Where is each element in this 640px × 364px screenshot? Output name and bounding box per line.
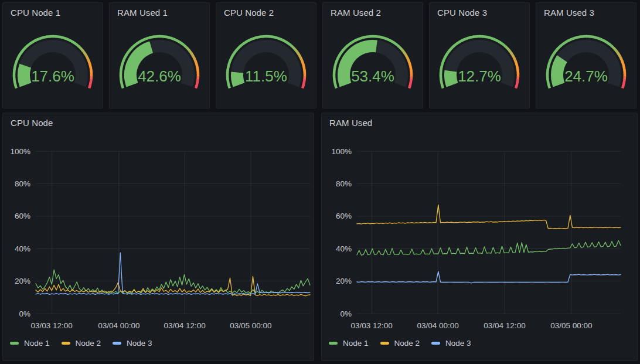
gauge: 17.6% [6, 32, 100, 102]
svg-text:40%: 40% [336, 244, 352, 253]
chart-body: 0%20%40%60%80%100%03/03 12:0003/04 00:00… [3, 113, 314, 360]
gauge-value: 17.6% [6, 67, 100, 86]
gauge-arc [433, 32, 526, 101]
legend-label: Node 2 [76, 339, 101, 348]
timeseries-panel-ram-used: 0%20%40%60%80%100%03/03 12:0003/04 00:00… [321, 113, 638, 361]
chart-body: 0%20%40%60%80%100%03/03 12:0003/04 00:00… [322, 113, 637, 360]
gauge-value: 12.7% [433, 67, 526, 86]
timeseries-panel-cpu-node: 0%20%40%60%80%100%03/03 12:0003/04 00:00… [2, 113, 314, 361]
gauge-value: 53.4% [326, 67, 420, 86]
svg-text:20%: 20% [336, 277, 352, 285]
legend-label: Node 3 [127, 339, 152, 348]
gauge-panel-ram-used-3: RAM Used 3 24.7% [536, 2, 636, 108]
panel-title[interactable]: RAM Used 2 [323, 3, 423, 18]
gauge: 42.6% [113, 32, 206, 102]
svg-text:0%: 0% [19, 309, 30, 318]
gauge-arc [6, 32, 100, 101]
legend-item-node-3[interactable]: Node 3 [431, 339, 471, 348]
svg-text:100%: 100% [331, 147, 352, 156]
legend: Node 1 Node 2 Node 3 [10, 339, 152, 348]
svg-text:80%: 80% [15, 179, 30, 188]
svg-text:03/04 12:00: 03/04 12:00 [484, 321, 525, 330]
series-color-marker [62, 342, 70, 345]
time-series-plot[interactable]: 0%20%40%60%80%100%03/03 12:0003/04 00:00… [322, 113, 638, 361]
svg-text:03/03 12:00: 03/03 12:00 [351, 321, 393, 330]
svg-text:60%: 60% [15, 212, 30, 220]
svg-text:03/05 00:00: 03/05 00:00 [550, 321, 592, 330]
legend: Node 1 Node 2 Node 3 [329, 339, 471, 348]
series-color-marker [329, 342, 338, 345]
legend-item-node-2[interactable]: Node 2 [62, 339, 101, 348]
gauge-arc [113, 32, 206, 101]
gauge-panel-cpu-node-1: CPU Node 1 17.6% [2, 2, 103, 108]
legend-item-node-1[interactable]: Node 1 [10, 339, 50, 348]
gauge-arc [326, 32, 420, 101]
svg-text:20%: 20% [15, 277, 30, 285]
svg-text:60%: 60% [336, 212, 352, 220]
gauge-value: 11.5% [219, 67, 313, 86]
gauge-arc [219, 32, 313, 101]
panel-title[interactable]: RAM Used 1 [110, 3, 209, 18]
legend-label: Node 1 [24, 339, 50, 348]
svg-text:03/04 00:00: 03/04 00:00 [98, 321, 139, 330]
grafana-dashboard: CPU Node 1 17.6% RAM Used 1 42.6% CPU No… [0, 0, 640, 364]
svg-text:03/04 00:00: 03/04 00:00 [417, 321, 458, 330]
svg-text:03/05 00:00: 03/05 00:00 [230, 321, 271, 330]
panel-title[interactable]: CPU Node 1 [3, 3, 103, 18]
panel-title[interactable]: CPU Node 3 [430, 3, 529, 18]
svg-text:100%: 100% [10, 147, 30, 156]
panel-title[interactable]: RAM Used 3 [536, 3, 636, 18]
legend-item-node-3[interactable]: Node 3 [113, 339, 152, 348]
gauge-value: 42.6% [113, 67, 206, 86]
gauge-panel-ram-used-2: RAM Used 2 53.4% [322, 2, 423, 108]
series-color-marker [10, 342, 19, 345]
series-color-marker [113, 342, 121, 345]
svg-text:40%: 40% [15, 244, 30, 253]
legend-item-node-1[interactable]: Node 1 [329, 339, 369, 348]
svg-text:03/03 12:00: 03/03 12:00 [30, 321, 72, 330]
legend-label: Node 3 [445, 339, 471, 348]
svg-text:03/04 12:00: 03/04 12:00 [164, 321, 205, 330]
gauge-panel-cpu-node-2: CPU Node 2 11.5% [216, 2, 316, 108]
panel-title[interactable]: CPU Node [3, 113, 61, 128]
svg-text:80%: 80% [336, 179, 352, 188]
legend-label: Node 2 [394, 339, 420, 348]
legend-label: Node 1 [343, 339, 369, 348]
gauge: 11.5% [219, 32, 313, 102]
gauge: 53.4% [326, 32, 420, 102]
gauge: 24.7% [539, 32, 633, 102]
gauge-value: 24.7% [539, 67, 633, 86]
panel-title[interactable]: CPU Node 2 [216, 3, 316, 18]
series-color-marker [431, 342, 440, 345]
gauge-arc [539, 32, 633, 101]
gauge: 12.7% [433, 32, 526, 102]
series-color-marker [380, 342, 389, 345]
time-series-plot[interactable]: 0%20%40%60%80%100%03/03 12:0003/04 00:00… [3, 113, 314, 361]
gauge-panel-cpu-node-3: CPU Node 3 12.7% [429, 2, 530, 108]
legend-item-node-2[interactable]: Node 2 [380, 339, 420, 348]
svg-text:0%: 0% [340, 309, 352, 318]
panel-title[interactable]: RAM Used [322, 113, 380, 128]
gauge-panel-ram-used-1: RAM Used 1 42.6% [109, 2, 210, 108]
